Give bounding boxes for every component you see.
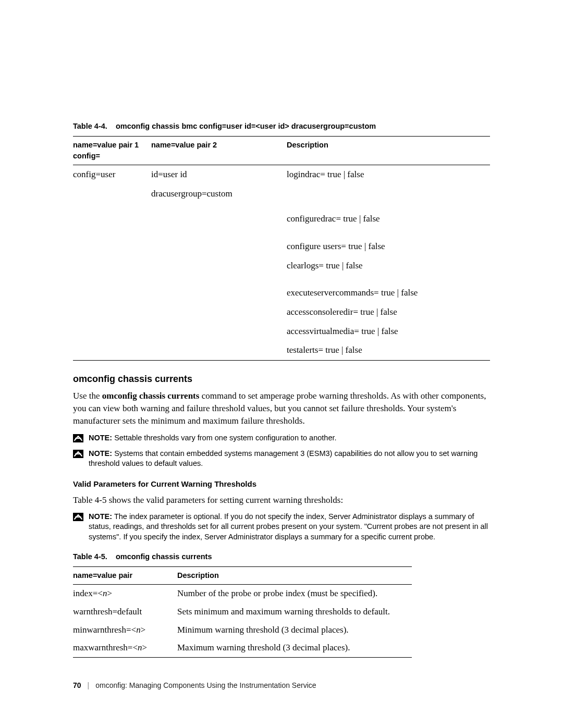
page-number: 70 <box>73 680 81 690</box>
cell-text: maxwarnthresh=< <box>73 643 138 652</box>
header-text: name=value pair 1 <box>73 140 147 151</box>
note-label: NOTE: <box>89 512 112 521</box>
table-cell-desc: Minimum warning threshold (3 decimal pla… <box>177 621 412 639</box>
table-cell: configuredrac= true | false <box>287 203 490 229</box>
section-heading-currents: omconfig chassis currents <box>73 372 490 386</box>
table-cell <box>73 203 151 229</box>
table-cell-name: minwarnthresh=<n> <box>73 621 177 639</box>
table-4-4-header-col2: name=value pair 2 <box>151 137 287 165</box>
table-cell: accessconsoleredir= true | false <box>287 303 490 322</box>
table-cell: id=user id <box>151 165 287 184</box>
note-icon <box>73 450 83 458</box>
caption-title: omconfig chassis bmc config=user id=<use… <box>116 122 376 130</box>
note-icon <box>73 434 83 442</box>
cell-text: warnthresh=default <box>73 607 142 616</box>
cell-text: > <box>142 643 147 652</box>
table-cell <box>151 341 287 360</box>
table-4-4: name=value pair 1 config= name=value pai… <box>73 136 490 361</box>
table-cell <box>73 184 151 204</box>
table-cell <box>151 303 287 322</box>
body-paragraph-2: Table 4-5 shows the valid parameters for… <box>73 494 490 507</box>
cell-text: > <box>141 625 146 635</box>
page-footer: 70 | omconfig: Managing Components Using… <box>73 680 316 690</box>
table-4-4-caption: Table 4-4. omconfig chassis bmc config=u… <box>73 121 490 132</box>
table-cell: dracusergroup=custom <box>151 184 287 204</box>
subheading-valid-params: Valid Parameters for Current Warning Thr… <box>73 478 490 490</box>
cell-text: index=< <box>73 588 103 598</box>
table-cell <box>151 203 287 229</box>
table-cell: configure users= true | false <box>287 229 490 256</box>
table-cell <box>73 341 151 360</box>
table-4-5-header-desc: Description <box>177 567 412 585</box>
body-paragraph: Use the omconfig chassis currents comman… <box>73 390 490 427</box>
cell-var: n <box>136 625 141 635</box>
table-cell <box>151 256 287 276</box>
table-cell <box>287 184 490 204</box>
table-cell: executeservercommands= true | false <box>287 275 490 303</box>
body-text: Use the <box>73 391 102 401</box>
table-cell-desc: Sets minimum and maximum warning thresho… <box>177 603 412 621</box>
note-label: NOTE: <box>89 449 112 458</box>
table-cell <box>151 275 287 303</box>
table-4-5-caption: Table 4-5. omconfig chassis currents <box>73 551 490 562</box>
table-cell-name: maxwarnthresh=<n> <box>73 639 177 657</box>
table-4-5-header-name: name=value pair <box>73 567 177 585</box>
table-4-4-header-col1: name=value pair 1 config= <box>73 137 151 165</box>
note-text: NOTE: The index parameter is optional. I… <box>89 512 490 542</box>
table-cell-name: warnthresh=default <box>73 603 177 621</box>
table-cell-desc: Maximum warning threshold (3 decimal pla… <box>177 639 412 657</box>
table-cell: logindrac= true | false <box>287 165 490 184</box>
table-4-5: name=value pair Description index=<n> Nu… <box>73 566 412 658</box>
table-row: minwarnthresh=<n> Minimum warning thresh… <box>73 621 412 639</box>
note-body: Systems that contain embedded systems ma… <box>89 449 478 468</box>
note-2: NOTE: Systems that contain embedded syst… <box>73 449 490 469</box>
footer-separator: | <box>88 680 90 690</box>
note-text: NOTE: Systems that contain embedded syst… <box>89 449 490 469</box>
note-1: NOTE: Settable thresholds vary from one … <box>73 433 490 443</box>
body-command: omconfig chassis currents <box>102 391 200 401</box>
table-cell-name: index=<n> <box>73 585 177 603</box>
footer-title: omconfig: Managing Components Using the … <box>95 680 316 690</box>
table-cell-desc: Number of the probe or probe index (must… <box>177 585 412 603</box>
note-icon <box>73 513 83 521</box>
note-label: NOTE: <box>89 434 112 442</box>
note-text: NOTE: Settable thresholds vary from one … <box>89 433 337 443</box>
cell-text: > <box>107 588 112 598</box>
table-cell <box>73 229 151 256</box>
table-cell <box>151 229 287 256</box>
caption-label: Table 4-5. <box>73 552 107 561</box>
cell-text: minwarnthresh=< <box>73 625 136 635</box>
table-cell <box>73 256 151 276</box>
table-row: index=<n> Number of the probe or probe i… <box>73 585 412 603</box>
table-row: warnthresh=default Sets minimum and maxi… <box>73 603 412 621</box>
table-cell: config=user <box>73 165 151 184</box>
note-body: The index parameter is optional. If you … <box>89 512 488 541</box>
table-cell <box>73 303 151 322</box>
header-text: config= <box>73 151 147 162</box>
table-cell: clearlogs= true | false <box>287 256 490 276</box>
table-row: maxwarnthresh=<n> Maximum warning thresh… <box>73 639 412 657</box>
table-cell: testalerts= true | false <box>287 341 490 360</box>
table-cell <box>73 322 151 341</box>
table-cell <box>151 322 287 341</box>
table-4-4-header-col3: Description <box>287 137 490 165</box>
note-3: NOTE: The index parameter is optional. I… <box>73 512 490 542</box>
table-cell: accessvirtualmedia= true | false <box>287 322 490 341</box>
note-body: Settable thresholds vary from one system… <box>112 434 336 442</box>
caption-label: Table 4-4. <box>73 122 107 130</box>
table-cell <box>73 275 151 303</box>
caption-title: omconfig chassis currents <box>116 552 212 561</box>
